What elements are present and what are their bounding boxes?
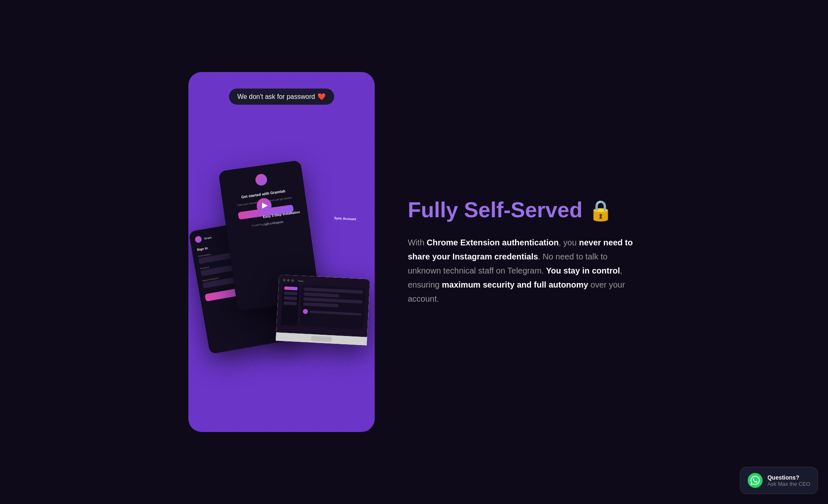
bold-security: maximum security and full autonomy <box>442 280 588 289</box>
bold-chrome: Chrome Extension authentication <box>427 238 559 247</box>
nav-item-3 <box>284 296 297 300</box>
right-panel: Fully Self-Served 🔒 With Chrome Extensio… <box>408 198 640 305</box>
nav-item-4 <box>284 301 297 305</box>
tablet-app-name: Gram <box>204 236 212 240</box>
nav-item-1 <box>284 286 297 290</box>
heading-text: Fully Self-Served <box>408 198 582 222</box>
laptop-nav <box>281 284 299 326</box>
mobile-title: Get started with Gramlab <box>241 189 285 199</box>
chat-questions-label: Questions? <box>768 474 810 481</box>
chat-widget[interactable]: Questions? Ask Max the CEO <box>740 467 818 494</box>
dot-2 <box>287 279 289 281</box>
app-logo-mobile <box>255 173 268 187</box>
bold-control: You stay in control <box>546 266 620 275</box>
badge-text: We don't ask for password <box>237 93 315 101</box>
chat-text-block: Questions? Ask Max the CEO <box>768 474 810 487</box>
content-row-4 <box>303 302 338 307</box>
badge-emoji: ❤️ <box>318 93 326 101</box>
whatsapp-svg <box>751 476 760 485</box>
devices-container: Get started with Gramlab Type your usern… <box>203 149 360 355</box>
dot-1 <box>283 279 285 281</box>
laptop-touchpad <box>311 336 332 342</box>
laptop-user-bar <box>310 310 362 316</box>
content-row-2 <box>304 293 339 298</box>
laptop-main-content <box>300 285 366 329</box>
laptop-app-label: mlab <box>298 280 303 283</box>
description-text: With Chrome Extension authentication, yo… <box>408 235 640 306</box>
laptop-sidebar-area <box>281 284 366 329</box>
heading-emoji: 🔒 <box>588 199 613 221</box>
whatsapp-icon <box>748 473 763 488</box>
sync-account-label: Sync Account <box>334 216 356 221</box>
laptop-user-row <box>303 309 361 317</box>
main-container: We don't ask for password ❤️ Get started… <box>0 0 828 504</box>
nav-item-2 <box>284 291 297 295</box>
tablet-logo <box>195 235 202 243</box>
device-laptop: mlab <box>276 274 370 345</box>
play-button[interactable] <box>257 198 272 213</box>
main-heading: Fully Self-Served 🔒 <box>408 198 640 222</box>
no-password-badge: We don't ask for password ❤️ <box>229 89 334 105</box>
chat-cta-label: Ask Max the CEO <box>768 481 810 487</box>
left-panel: We don't ask for password ❤️ Get started… <box>188 72 375 432</box>
dot-3 <box>291 279 294 282</box>
laptop-avatar <box>303 309 308 314</box>
device-laptop-screen: mlab <box>276 274 370 337</box>
